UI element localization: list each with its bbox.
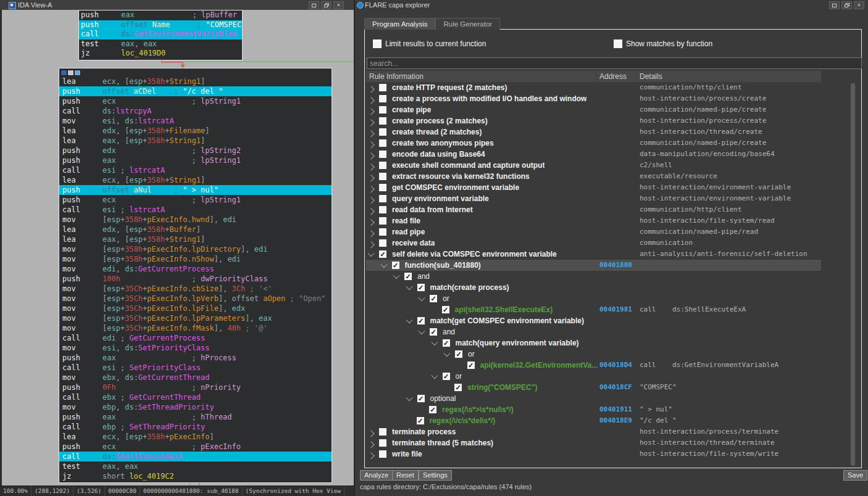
node-icon[interactable] bbox=[67, 70, 74, 76]
limit-results-checkbox[interactable] bbox=[373, 39, 382, 48]
chevron-right-icon[interactable] bbox=[367, 141, 374, 148]
rule-row[interactable]: terminate processhost-interaction/proces… bbox=[366, 426, 821, 437]
asm-line[interactable]: push eax ; hProcess bbox=[59, 353, 332, 363]
row-checkbox[interactable] bbox=[379, 228, 386, 236]
asm-line[interactable]: mov esi, ds:SetPriorityClass bbox=[59, 343, 332, 353]
rule-row[interactable]: execute shell command and capture output… bbox=[366, 160, 821, 171]
asm-line[interactable]: test eax, eax bbox=[59, 461, 332, 471]
asm-line[interactable]: lea edx, [esp+358h+Filename] bbox=[59, 126, 332, 136]
row-checkbox[interactable] bbox=[379, 239, 386, 247]
row-checkbox[interactable]: ✓ bbox=[443, 373, 450, 380]
asm-line[interactable]: call ebp ; SetThreadPriority bbox=[59, 422, 332, 432]
row-checkbox[interactable] bbox=[379, 139, 386, 147]
scrollbar-thumb[interactable] bbox=[851, 83, 855, 466]
chevron-down-icon[interactable] bbox=[443, 350, 450, 357]
row-checkbox[interactable]: ✓ bbox=[429, 406, 436, 413]
asm-line[interactable]: call esi ; lstrcatA bbox=[59, 165, 332, 175]
chevron-right-icon[interactable] bbox=[367, 175, 374, 181]
asm-line[interactable]: push offset aCDel ; "/c del " bbox=[59, 86, 332, 96]
row-checkbox[interactable] bbox=[379, 84, 386, 91]
asm-line[interactable]: mov [esp+35Ch+pExecInfo.lpParameters], e… bbox=[59, 313, 332, 323]
rule-row[interactable]: ✓self delete via COMSPEC environment var… bbox=[366, 249, 821, 260]
row-checkbox[interactable] bbox=[379, 439, 386, 447]
chevron-right-icon[interactable] bbox=[367, 119, 374, 126]
tree-row[interactable]: ✓regex(/\/c\s*del\s*/)004018E9"/c del " bbox=[366, 415, 821, 426]
asm-line[interactable]: mov [esp+358h+pExecInfo.lpDirectory], ed… bbox=[59, 244, 332, 254]
chevron-right-icon[interactable] bbox=[367, 208, 374, 215]
row-checkbox[interactable]: ✓ bbox=[417, 317, 425, 324]
asm-line[interactable]: mov [esp+35Ch+pExecInfo.cbSize], 3Ch ; '… bbox=[59, 284, 332, 294]
tree-row[interactable]: ✓function(sub_401880)00401880 bbox=[366, 260, 821, 271]
tree-row[interactable]: ✓api(kernel32.GetEnvironmentVa...004018D… bbox=[366, 360, 821, 371]
row-checkbox[interactable]: ✓ bbox=[442, 306, 449, 313]
row-checkbox[interactable]: ✓ bbox=[417, 284, 425, 291]
chevron-right-icon[interactable] bbox=[367, 441, 374, 448]
tree-row[interactable]: ✓match(get COMSPEC environment variable) bbox=[366, 315, 821, 326]
asm-line[interactable]: mov ebp, ds:SetThreadPriority bbox=[59, 402, 332, 412]
chevron-down-icon[interactable] bbox=[406, 394, 412, 401]
row-checkbox[interactable]: ✓ bbox=[417, 417, 424, 424]
rule-row[interactable]: create pipecommunication/named-pipe/crea… bbox=[366, 104, 821, 115]
tree-row[interactable]: ✓api(shell32.ShellExecuteEx)00401981call… bbox=[366, 304, 821, 315]
row-checkbox[interactable] bbox=[379, 128, 386, 136]
row-checkbox[interactable] bbox=[379, 151, 386, 158]
row-checkbox[interactable] bbox=[379, 217, 386, 225]
chevron-down-icon[interactable] bbox=[367, 250, 374, 257]
asm-line[interactable]: mov ebx, ds:GetCurrentThread bbox=[59, 373, 332, 382]
chevron-right-icon[interactable] bbox=[367, 241, 374, 248]
show-matches-checkbox[interactable] bbox=[614, 39, 622, 48]
asm-line[interactable]: test eax, eax bbox=[79, 39, 242, 49]
ida-title-bar[interactable]: IDA View-A × bbox=[0, 0, 354, 10]
rule-row[interactable]: receive datacommunication bbox=[366, 238, 821, 249]
rule-row[interactable]: encode data using Base64data-manipulatio… bbox=[366, 149, 821, 160]
chevron-right-icon[interactable] bbox=[367, 219, 374, 226]
tree-row[interactable]: ✓optional bbox=[366, 393, 821, 404]
row-checkbox[interactable]: ✓ bbox=[430, 295, 437, 302]
chevron-down-icon[interactable] bbox=[406, 283, 412, 290]
chevron-down-icon[interactable] bbox=[418, 328, 425, 334]
analyze-button[interactable]: Analyze bbox=[360, 470, 393, 481]
tree-row[interactable]: ✓match(create process) bbox=[366, 282, 821, 293]
rule-row[interactable]: terminate thread (5 matches)host-interac… bbox=[366, 437, 821, 448]
row-checkbox[interactable]: ✓ bbox=[379, 250, 386, 258]
chevron-right-icon[interactable] bbox=[367, 186, 374, 192]
row-checkbox[interactable]: ✓ bbox=[443, 339, 450, 347]
asm-line[interactable]: mov esi, ds:lstrcatA bbox=[59, 116, 332, 126]
asm-line[interactable]: lea edx, [esp+358h+Buffer] bbox=[59, 225, 332, 234]
row-checkbox[interactable]: ✓ bbox=[430, 328, 437, 336]
asm-line[interactable]: lea eax, [esp+358h+String1] bbox=[59, 234, 332, 244]
asm-line[interactable]: mov [esp+35Ch+pExecInfo.fMask], 40h ; '@… bbox=[59, 323, 332, 333]
row-checkbox[interactable] bbox=[379, 428, 386, 436]
node-icon[interactable] bbox=[74, 70, 81, 76]
row-checkbox[interactable] bbox=[379, 162, 386, 169]
asm-line[interactable]: push 100h ; dwPriorityClass bbox=[59, 274, 332, 284]
asm-line[interactable]: lea ecx, [esp+358h+String1] bbox=[59, 175, 332, 185]
row-checkbox[interactable]: ✓ bbox=[455, 350, 462, 358]
asm-line[interactable]: jz loc_4019D0 bbox=[79, 49, 242, 59]
chevron-right-icon[interactable] bbox=[367, 230, 374, 237]
chevron-down-icon[interactable] bbox=[431, 372, 438, 379]
row-checkbox[interactable]: ✓ bbox=[454, 384, 462, 391]
asm-line[interactable]: mov [esp+358h+pExecInfo.nShow], edi bbox=[59, 254, 332, 264]
asm-line[interactable]: push eax ; hThread bbox=[59, 412, 332, 422]
close-icon[interactable]: × bbox=[333, 1, 344, 9]
settings-button[interactable]: Settings bbox=[419, 470, 452, 481]
asm-line[interactable]: lea ecx, [esp+358h+pExecInfo] bbox=[59, 432, 332, 442]
asm-line[interactable]: push 0Fh ; nPriority bbox=[59, 382, 332, 392]
rule-row[interactable]: read pipecommunication/named-pipe/read bbox=[366, 226, 821, 238]
rule-row[interactable]: create HTTP request (2 matches)communica… bbox=[366, 82, 821, 93]
asm-line[interactable]: call edi ; GetCurrentProcess bbox=[59, 333, 332, 343]
tree-row[interactable]: ✓or bbox=[366, 371, 821, 382]
asm-line[interactable]: mov [esp+35Ch+pExecInfo.lpVerb], offset … bbox=[59, 294, 332, 304]
asm-line[interactable]: push ecx ; lpString1 bbox=[59, 96, 332, 106]
row-checkbox[interactable] bbox=[379, 106, 386, 114]
tree-row[interactable]: ✓or bbox=[366, 293, 821, 304]
chevron-down-icon[interactable] bbox=[406, 316, 412, 323]
tree-row[interactable]: ✓and bbox=[366, 326, 821, 337]
asm-line[interactable]: push eax ; lpString1 bbox=[59, 155, 332, 165]
row-checkbox[interactable]: ✓ bbox=[392, 262, 399, 269]
rule-row[interactable]: read data from Internetcommunication/htt… bbox=[366, 204, 821, 215]
row-checkbox[interactable]: ✓ bbox=[467, 362, 475, 369]
asm-line[interactable]: push offset aNul ; " > nul" bbox=[59, 185, 332, 195]
asm-line[interactable]: call ds:ShellExecuteExA bbox=[59, 452, 332, 461]
